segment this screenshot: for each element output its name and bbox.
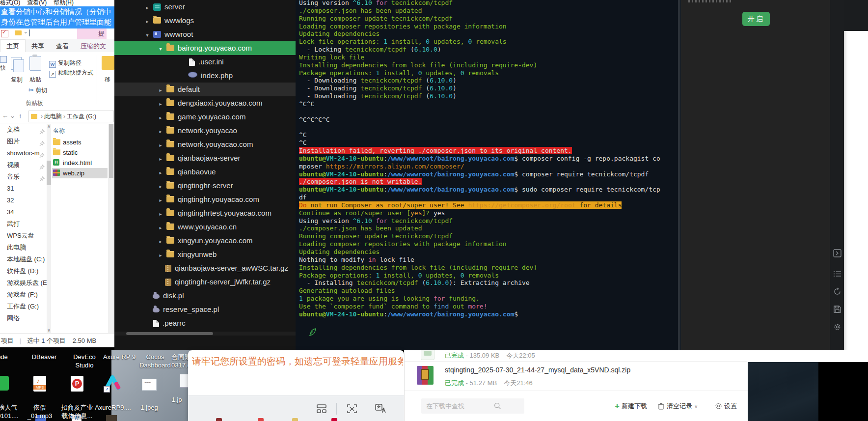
tree-horizontal-scrollbar[interactable] xyxy=(114,332,296,336)
tree-item-qianbaojava-server[interactable]: ▸qianbaojava-server xyxy=(114,151,296,165)
scrollbar-thumb[interactable] xyxy=(109,124,113,178)
scrollbar-thumb[interactable] xyxy=(47,161,51,185)
sidebar-item-showdoc-m[interactable]: showdoc-m xyxy=(0,147,47,159)
tab-查看[interactable]: 查看 xyxy=(50,40,75,52)
paste-shortcut-button[interactable]: ↗粘贴快捷方式 xyxy=(49,69,93,78)
chevron-right-icon[interactable]: ▸ xyxy=(155,194,166,207)
new-download-button[interactable]: +新建下载 xyxy=(615,399,647,413)
search-input[interactable] xyxy=(421,398,524,414)
sidebar-item-视频[interactable]: 视频 xyxy=(0,159,47,171)
save-icon[interactable] xyxy=(833,305,841,313)
photo-icon-partial[interactable] xyxy=(106,415,117,421)
tree-item-network.youyacao[interactable]: ▸network.youyacao xyxy=(114,124,296,138)
tree-item-qianbaovue[interactable]: ▸qianbaovue xyxy=(114,165,296,179)
tree-item-.user.ini[interactable]: .user.ini xyxy=(114,55,296,69)
menu-view[interactable]: 查看(V) xyxy=(27,0,47,6)
tree-item-.pearrc[interactable]: .pearrc xyxy=(114,316,296,330)
breadcrumb-root[interactable]: 此电脑 xyxy=(44,113,62,120)
gear-icon[interactable] xyxy=(833,323,841,331)
sidebar-item-软件盘 (D:)[interactable]: 软件盘 (D:) xyxy=(0,265,47,277)
sidebar-item-34[interactable]: 34 xyxy=(0,206,47,218)
up-icon[interactable]: ↑ xyxy=(19,112,22,119)
chevron-right-icon[interactable]: ▸ xyxy=(141,15,153,28)
tree-item-www.youyacao.cn[interactable]: ▸www.youyacao.cn xyxy=(114,220,296,234)
desktop-icon-label[interactable]: DBeaver xyxy=(27,353,61,361)
breadcrumb-current[interactable]: 工作盘 (G:) xyxy=(67,113,96,120)
sidebar-item-游戏娱乐盘 (E:)[interactable]: 游戏娱乐盘 (E:) xyxy=(0,277,47,289)
tree-item-qingtinghrtest.youyacao.com[interactable]: ▸qingtinghrtest.youyacao.com xyxy=(114,206,296,220)
tree-item-qianbaojava-server_awWSC.tar.gz[interactable]: qianbaojava-server_awWSC.tar.gz xyxy=(114,261,296,275)
ssh-terminal[interactable]: Using version ^6.10 for tecnickcom/tcpdf… xyxy=(296,0,681,350)
tree-item-wwwroot[interactable]: ▾wwwroot xyxy=(114,28,296,41)
chevron-right-icon[interactable]: ▸ xyxy=(155,180,166,194)
chevron-right-icon[interactable]: ▸ xyxy=(141,1,153,15)
chevron-right-icon[interactable]: ▸ xyxy=(155,221,166,235)
desktop-icon-label[interactable]: ode xyxy=(0,353,20,361)
tree-item-qingtinghr.youyacao.com[interactable]: ▸qingtinghr.youyacao.com xyxy=(114,193,296,206)
contextual-tab-extract[interactable]: 提 xyxy=(77,28,107,39)
chevron-right-icon[interactable]: ▸ xyxy=(155,125,166,139)
checkbox-icon[interactable] xyxy=(1,30,8,37)
sidebar-scrollbar[interactable]: ∧ ∨ xyxy=(47,124,51,333)
mp3-file-icon[interactable]: ♪MP3 xyxy=(33,376,46,392)
axure-shortcut-icon[interactable]: ↗ xyxy=(105,375,121,392)
desktop-icon-label[interactable]: DevEco Studio xyxy=(67,353,102,369)
screenshot-icon[interactable] xyxy=(346,403,358,415)
chevron-down-icon[interactable]: ▾ xyxy=(155,42,166,56)
sidebar-item-游戏盘 (F:)[interactable]: 游戏盘 (F:) xyxy=(0,289,47,301)
clear-records-button[interactable]: 清空记录∨ xyxy=(657,399,698,413)
desktop-icon-label[interactable]: 1.jp xyxy=(162,395,191,404)
tree-item-bairong.youyacao.com[interactable]: ▾bairong.youyacao.com xyxy=(114,41,296,55)
chevron-right-icon[interactable]: ▸ xyxy=(155,166,166,180)
list-icon[interactable] xyxy=(833,270,841,278)
tree-item-server[interactable]: ▸server xyxy=(114,0,296,14)
folder-icon[interactable] xyxy=(15,30,22,35)
sidebar-item-本地磁盘 (C:)[interactable]: 本地磁盘 (C:) xyxy=(0,253,47,265)
chevron-right-icon[interactable]: ▸ xyxy=(155,97,166,111)
terminal-scrollbar[interactable] xyxy=(678,0,680,350)
document-icon[interactable] xyxy=(180,374,189,388)
sidebar-item-31[interactable]: 31 xyxy=(0,183,47,195)
tree-item-qingtinghr-server_jWfkr.tar.gz[interactable]: qingtinghr-server_jWfkr.tar.gz xyxy=(114,275,296,289)
sidebar-item-武打[interactable]: 武打 xyxy=(0,218,47,230)
tab-主页[interactable]: 主页 xyxy=(0,39,26,52)
file-item-static[interactable]: static xyxy=(52,147,108,158)
copy-button[interactable]: 复制 xyxy=(7,76,27,84)
file-item-index.html[interactable]: Hindex.html xyxy=(52,158,108,168)
sidebar-item-工作盘 (G:)[interactable]: 工作盘 (G:) xyxy=(0,301,47,312)
scroll-down-icon[interactable]: ∨ xyxy=(47,328,51,333)
chevron-right-icon[interactable]: ▸ xyxy=(155,152,166,166)
download-row[interactable]: 已完成 - 135.09 KB今天22:05 xyxy=(405,350,748,362)
file-item-assets[interactable]: assets xyxy=(52,137,108,147)
tree-item-qingtinghr-server[interactable]: ▸qingtinghr-server xyxy=(114,179,296,193)
chevron-right-icon[interactable]: ▸ xyxy=(155,111,166,125)
sidebar-item-32[interactable]: 32 xyxy=(0,195,47,206)
scrollbar-thumb[interactable] xyxy=(126,332,213,335)
filelist-scrollbar[interactable] xyxy=(108,124,114,333)
chevron-right-icon[interactable]: ▸ xyxy=(155,84,166,97)
tree-item-xingyunweb[interactable]: ▸xingyunweb xyxy=(114,248,296,261)
move-to-button[interactable]: 移 xyxy=(101,76,114,84)
chevron-right-icon[interactable]: ▸ xyxy=(155,139,166,152)
tree-item-xingyun.youyacao.com[interactable]: ▸xingyun.youyacao.com xyxy=(114,234,296,248)
settings-button[interactable]: 设置 xyxy=(715,399,737,413)
menu-help[interactable]: 帮助(H) xyxy=(54,0,74,6)
back-icon[interactable]: ← xyxy=(2,112,8,119)
sidebar-item-此电脑[interactable]: 此电脑 xyxy=(0,242,47,253)
tree-item-game.youyacao.com[interactable]: ▸game.youyacao.com xyxy=(114,110,296,124)
quill-icon[interactable] xyxy=(308,327,318,337)
tree-item-network.youyacao.com[interactable]: ▸network.youyacao.com xyxy=(114,138,296,151)
tree-item-reserve_space.pl[interactable]: reserve_space.pl xyxy=(114,303,296,316)
app-icon[interactable] xyxy=(0,376,9,391)
refresh-icon[interactable] xyxy=(833,287,841,296)
layout-cards-icon[interactable] xyxy=(316,403,327,415)
menu-format[interactable]: 格式(O) xyxy=(0,0,20,6)
desktop-icon-label[interactable]: Axure RP 9 xyxy=(100,353,139,361)
chevron-right-icon[interactable]: ▸ xyxy=(155,235,166,249)
chevron-right-icon[interactable]: ▸ xyxy=(155,207,166,221)
sidebar-item-网络[interactable]: 网络 xyxy=(0,312,47,324)
enable-button[interactable]: 开启 xyxy=(742,12,770,26)
desktop-icon-label[interactable]: 1.jpeg xyxy=(127,403,171,412)
paste-button[interactable]: 粘贴 xyxy=(26,76,45,84)
sidebar-item-WPS云盘[interactable]: WPS云盘 xyxy=(0,230,47,242)
